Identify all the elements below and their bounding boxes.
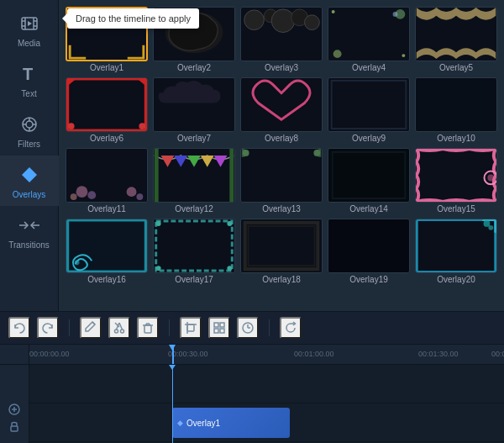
overlay-name-8: Overlay8 bbox=[265, 134, 298, 143]
timeline-tracks: Overlay1 bbox=[29, 365, 504, 443]
overlay-name-14: Overlay14 bbox=[349, 204, 388, 214]
overlay-item-4[interactable]: Overlay4 bbox=[328, 7, 410, 72]
overlay-clip[interactable]: Overlay1 bbox=[172, 408, 290, 438]
overlay-name-4: Overlay4 bbox=[352, 63, 386, 72]
svg-point-10 bbox=[26, 121, 33, 128]
overlay-name-2: Overlay2 bbox=[177, 63, 211, 72]
ruler-mark-4: 00:02:0 bbox=[491, 350, 504, 358]
playhead-ruler bbox=[172, 345, 174, 364]
svg-point-84 bbox=[121, 330, 124, 333]
svg-rect-55 bbox=[155, 149, 159, 202]
svg-line-82 bbox=[92, 322, 95, 324]
crop-button[interactable] bbox=[180, 317, 202, 339]
svg-point-44 bbox=[76, 186, 88, 198]
overlay-item-16[interactable]: Overlay16 bbox=[66, 219, 148, 284]
svg-point-30 bbox=[333, 50, 342, 58]
sidebar-item-media[interactable]: Media bbox=[0, 4, 59, 55]
overlay-thumb-5 bbox=[415, 7, 497, 61]
overlay-item-20[interactable]: Overlay20 bbox=[415, 219, 497, 284]
overlay-name-20: Overlay20 bbox=[437, 275, 475, 284]
svg-point-67 bbox=[75, 260, 80, 265]
overlay-thumb-4 bbox=[328, 7, 410, 61]
overlay-item-17[interactable]: Overlay17 bbox=[153, 219, 235, 284]
svg-rect-77 bbox=[329, 219, 409, 272]
overlay-item-6[interactable]: Overlay6 bbox=[66, 77, 148, 143]
delete-button[interactable] bbox=[137, 317, 159, 339]
overlay-thumb-10 bbox=[415, 77, 497, 132]
overlay-thumb-7 bbox=[153, 77, 235, 132]
overlay-item-13[interactable]: Overlay13 bbox=[240, 148, 323, 214]
svg-rect-42 bbox=[417, 78, 496, 131]
overlay-name-18: Overlay18 bbox=[262, 275, 301, 284]
edit-button[interactable] bbox=[80, 317, 102, 339]
overlay-thumb-11 bbox=[66, 148, 148, 203]
lock-icon bbox=[8, 419, 21, 433]
svg-rect-93 bbox=[187, 324, 194, 331]
svg-point-32 bbox=[402, 54, 405, 57]
svg-point-80 bbox=[483, 220, 490, 227]
overlay-thumb-18 bbox=[240, 219, 323, 273]
sidebar-item-overlays[interactable]: Overlays bbox=[0, 156, 59, 206]
ruler-mark-3: 00:01:30.00 bbox=[418, 350, 459, 358]
overlay-name-13: Overlay13 bbox=[262, 204, 301, 214]
app-container: Media T Text bbox=[0, 0, 504, 443]
svg-rect-78 bbox=[417, 219, 496, 272]
overlay-item-9[interactable]: Overlay9 bbox=[328, 77, 410, 143]
overlay-item-12[interactable]: Overlay12 bbox=[153, 148, 235, 214]
svg-rect-68 bbox=[155, 219, 234, 272]
tooltip-text: Drag to the timeline to apply bbox=[76, 13, 191, 24]
sidebar-item-filters[interactable]: Filters bbox=[0, 105, 59, 156]
svg-point-47 bbox=[127, 187, 137, 197]
sidebar-transitions-label: Transitions bbox=[8, 240, 50, 250]
overlay-thumb-9 bbox=[328, 77, 410, 132]
sidebar-item-text[interactable]: T Text bbox=[0, 55, 59, 105]
overlay-item-8[interactable]: Overlay8 bbox=[240, 77, 323, 143]
tooltip: Drag to the timeline to apply bbox=[67, 8, 199, 29]
overlay-item-7[interactable]: Overlay7 bbox=[153, 77, 235, 143]
track-row-2[interactable]: Overlay1 bbox=[29, 403, 504, 442]
svg-marker-15 bbox=[22, 167, 37, 182]
svg-marker-7 bbox=[28, 21, 32, 26]
rotate-button[interactable] bbox=[280, 317, 302, 339]
svg-point-29 bbox=[393, 12, 398, 17]
overlay-name-10: Overlay10 bbox=[437, 134, 475, 143]
overlay-item-19[interactable]: Overlay19 bbox=[328, 219, 410, 284]
sidebar: Media T Text bbox=[0, 0, 59, 311]
svg-point-24 bbox=[271, 9, 295, 33]
svg-point-72 bbox=[156, 266, 161, 271]
svg-point-22 bbox=[244, 10, 265, 30]
svg-point-64 bbox=[487, 175, 494, 182]
sidebar-media-label: Media bbox=[18, 39, 40, 48]
redo-button[interactable] bbox=[37, 317, 59, 339]
svg-rect-97 bbox=[220, 323, 224, 327]
svg-point-71 bbox=[227, 221, 232, 226]
overlay-item-3[interactable]: Overlay3 bbox=[240, 7, 323, 72]
svg-point-73 bbox=[227, 266, 232, 271]
svg-rect-56 bbox=[229, 149, 234, 202]
overlay-item-5[interactable]: Overlay5 bbox=[415, 7, 497, 72]
timeline-ruler: 00:00:00.00 00:00:30.00 00:01:00.00 00:0… bbox=[0, 345, 504, 365]
overlay-item-15[interactable]: Overlay15 bbox=[415, 148, 497, 214]
grid-button[interactable] bbox=[208, 317, 230, 339]
undo-button[interactable] bbox=[8, 317, 30, 339]
toolbar-divider-2 bbox=[169, 319, 170, 336]
timeline-area: 00:00:00.00 00:00:30.00 00:01:00.00 00:0… bbox=[0, 345, 504, 443]
overlay-item-10[interactable]: Overlay10 bbox=[415, 77, 497, 143]
overlay-grid: Overlay1 Overlay2 Overlay3 bbox=[59, 0, 504, 291]
svg-rect-34 bbox=[67, 78, 147, 131]
overlay-name-12: Overlay12 bbox=[175, 204, 213, 214]
sidebar-item-transitions[interactable]: Transitions bbox=[0, 206, 59, 256]
track-row-1[interactable] bbox=[29, 365, 504, 403]
overlay-item-11[interactable]: Overlay11 bbox=[66, 148, 148, 214]
text-icon: T bbox=[18, 62, 41, 86]
overlay-item-14[interactable]: Overlay14 bbox=[328, 148, 410, 214]
svg-rect-88 bbox=[144, 325, 151, 333]
speed-button[interactable] bbox=[237, 317, 259, 339]
svg-rect-40 bbox=[329, 78, 409, 131]
overlay-name-3: Overlay3 bbox=[265, 63, 298, 72]
overlay-name-7: Overlay7 bbox=[177, 134, 211, 143]
clip-label: Overlay1 bbox=[186, 419, 220, 428]
sidebar-filters-label: Filters bbox=[18, 140, 40, 149]
overlay-item-18[interactable]: Overlay18 bbox=[240, 219, 323, 284]
cut-button[interactable] bbox=[108, 317, 130, 339]
